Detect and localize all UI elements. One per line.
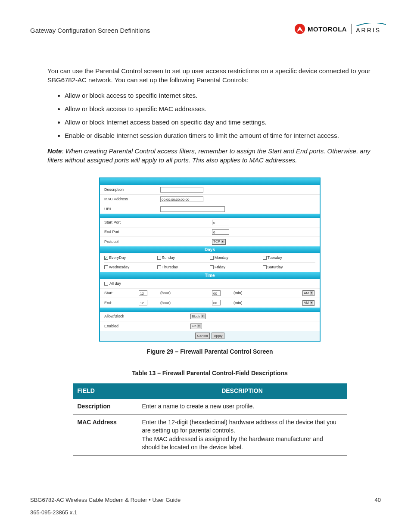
cell-desc: Enter a name to create a new user profil… (138, 399, 347, 414)
day-everyday[interactable]: EveryDay (104, 253, 157, 263)
section-title: Gateway Configuration Screen Definitions (30, 27, 150, 34)
startport-input[interactable]: 0 (212, 220, 229, 225)
day-tuesday[interactable]: Tuesday (263, 253, 316, 263)
checkbox-icon (104, 256, 108, 260)
end-time-row: End: 12 (hour) 00 (min) AM (100, 298, 320, 308)
min-unit: (min) (234, 290, 302, 296)
url-input[interactable] (160, 206, 225, 212)
col-description: DESCRIPTION (138, 383, 347, 399)
hour-unit: (hour) (160, 290, 212, 296)
start-hour-input[interactable]: 12 (139, 290, 147, 296)
table-row: Description Enter a name to create a new… (73, 399, 347, 414)
description-input[interactable] (160, 187, 203, 193)
mac-label: MAC Address (104, 196, 160, 202)
start-time-row: Start: 12 (hour) 00 (min) AM (100, 289, 320, 298)
allowblock-row: Allow/Block Block (100, 312, 320, 321)
note-paragraph: Note: When creating Parental Control acc… (47, 146, 372, 165)
day-wednesday[interactable]: Wednesday (104, 263, 157, 272)
day-thursday[interactable]: Thursday (157, 263, 210, 272)
start-ampm-select[interactable]: AM (302, 290, 314, 296)
description-row: Description (100, 185, 320, 195)
table-title: Table 13 – Firewall Parental Control-Fie… (47, 369, 372, 378)
apply-button[interactable]: Apply (212, 333, 224, 339)
days-header: Days (100, 246, 320, 253)
url-label: URL (104, 206, 160, 212)
protocol-label: Protocol (104, 239, 212, 245)
allday-row[interactable]: All day (100, 279, 320, 289)
day-monday[interactable]: Monday (210, 253, 263, 263)
motorola-icon (295, 24, 305, 34)
start-label: Start: (104, 290, 139, 296)
protocol-select[interactable]: TCP (212, 239, 226, 245)
end-hour-input[interactable]: 12 (139, 300, 147, 305)
checkbox-icon (157, 265, 161, 269)
checkbox-icon (210, 256, 214, 260)
enabled-select[interactable]: On (190, 324, 202, 329)
parental-control-screenshot: Description MAC Address 00:00:00:00:00:0… (99, 177, 321, 342)
section-bar (100, 308, 320, 312)
enabled-label: Enabled (104, 324, 190, 329)
checkbox-icon (263, 256, 267, 260)
start-min-input[interactable]: 00 (212, 290, 221, 296)
protocol-row: Protocol TCP (100, 237, 320, 246)
day-friday[interactable]: Friday (210, 263, 263, 272)
page-footer: SBG6782-AC Wireless Cable Modem & Router… (30, 490, 381, 516)
col-field: FIELD (73, 383, 138, 399)
url-row: URL (100, 204, 320, 214)
list-item: Allow or block access to specific Intern… (65, 91, 372, 100)
days-grid: EveryDay Sunday Monday Tuesday Wednesday… (100, 253, 320, 272)
note-text: : When creating Parental Control access … (47, 147, 371, 164)
endport-input[interactable]: 0 (212, 229, 229, 235)
button-row: Cancel Apply (100, 331, 320, 341)
min-unit: (min) (234, 300, 302, 306)
enabled-row: Enabled On (100, 321, 320, 331)
startport-row: Start Port 0 (100, 218, 320, 227)
mac-input[interactable]: 00:00:00:00:00:00 (160, 196, 203, 202)
page-number: 40 (375, 497, 381, 503)
table-row: MAC Address Enter the 12-digit (hexadeci… (73, 414, 347, 455)
arris-text: ARRIS (356, 27, 381, 34)
endport-label: End Port (104, 229, 212, 235)
mac-row: MAC Address 00:00:00:00:00:00 (100, 195, 320, 204)
part-number: 365-095-23865 x.1 (30, 509, 381, 516)
figure-caption: Figure 29 – Firewall Parental Control Sc… (47, 348, 372, 356)
footer-title: SBG6782-AC Wireless Cable Modem & Router… (30, 497, 181, 503)
page-header: Gateway Configuration Screen Definitions… (30, 24, 381, 34)
list-item: Enable or disable Internet session durat… (65, 131, 372, 140)
arris-logo: ARRIS (356, 24, 381, 34)
checkbox-icon (104, 282, 108, 286)
checkbox-icon (210, 265, 214, 269)
motorola-text: MOTOROLA (308, 25, 347, 33)
section-bar (100, 178, 320, 185)
cell-desc: Enter the 12-digit (hexadecimal) hardwar… (138, 414, 347, 455)
end-min-input[interactable]: 00 (212, 300, 221, 305)
bullet-list: Allow or block access to specific Intern… (47, 91, 372, 140)
cancel-button[interactable]: Cancel (195, 333, 210, 339)
intro-paragraph: You can use the Parental Control screen … (47, 66, 372, 84)
checkbox-icon (263, 265, 267, 269)
list-item: Allow or block Internet access based on … (65, 118, 372, 127)
end-ampm-select[interactable]: AM (302, 300, 314, 306)
allowblock-select[interactable]: Block (190, 314, 206, 319)
hour-unit: (hour) (160, 300, 212, 306)
table-header-row: FIELD DESCRIPTION (73, 383, 347, 399)
list-item: Allow or block access to specific MAC ad… (65, 104, 372, 113)
cell-field: Description (73, 399, 138, 414)
field-description-table: FIELD DESCRIPTION Description Enter a na… (73, 383, 347, 456)
day-sunday[interactable]: Sunday (157, 253, 210, 263)
motorola-logo: MOTOROLA (295, 24, 347, 34)
time-header: Time (100, 272, 320, 279)
description-label: Description (104, 187, 160, 193)
day-saturday[interactable]: Saturday (263, 263, 316, 272)
cell-field: MAC Address (73, 414, 138, 455)
section-bar (100, 214, 320, 218)
startport-label: Start Port (104, 220, 212, 225)
divider (351, 24, 352, 34)
endport-row: End Port 0 (100, 227, 320, 237)
note-label: Note (47, 147, 62, 155)
checkbox-icon (104, 265, 108, 269)
checkbox-icon (157, 256, 161, 260)
brand-logos: MOTOROLA ARRIS (295, 24, 381, 34)
allowblock-label: Allow/Block (104, 314, 190, 319)
page-content: You can use the Parental Control screen … (30, 36, 381, 456)
